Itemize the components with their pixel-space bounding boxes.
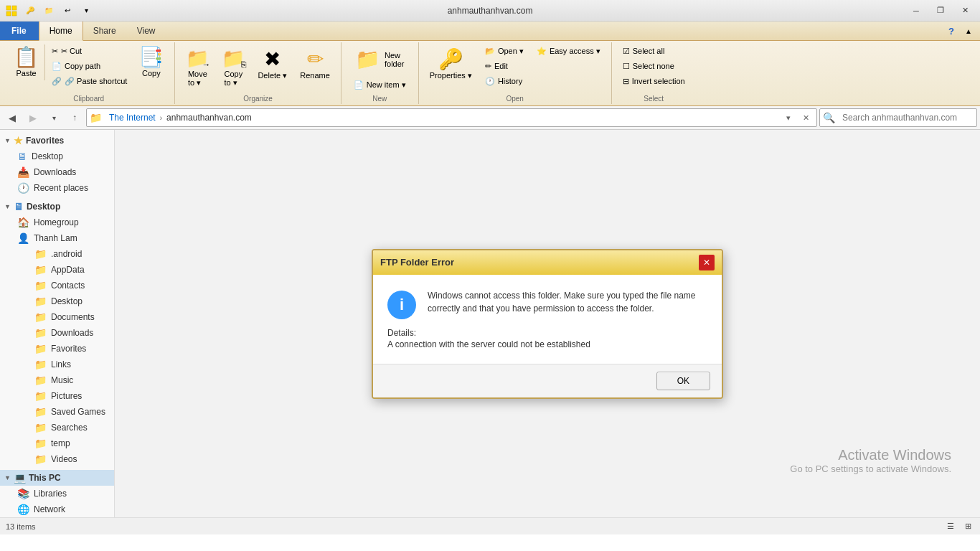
crumb-the-internet[interactable]: The Internet: [106, 111, 159, 124]
tab-share[interactable]: Share: [83, 22, 127, 40]
easy-access-button[interactable]: ⭐ Easy access ▾: [532, 44, 606, 58]
customize-quick-access[interactable]: ▾: [77, 2, 95, 19]
delete-button[interactable]: ✖ Delete ▾: [253, 44, 292, 84]
tab-file[interactable]: File: [0, 22, 39, 40]
address-dropdown-button[interactable]: ▾: [781, 110, 796, 126]
sidebar-item-documents[interactable]: 📁 Documents: [29, 309, 114, 325]
select-group-label: Select: [644, 95, 664, 103]
address-bar[interactable]: 📁 The Internet › anhmauthanhvan.com ▾ ✕: [86, 108, 817, 127]
sidebar-item-temp[interactable]: 📁 temp: [29, 435, 114, 451]
large-icons-view-button[interactable]: ⊞: [961, 520, 974, 533]
sidebar-desktop-header[interactable]: ▼ 🖥 Desktop: [0, 199, 114, 215]
help-button[interactable]: ?: [943, 22, 960, 39]
minimize-button[interactable]: ─: [904, 2, 928, 19]
history-button[interactable]: 🕐 History: [480, 74, 529, 88]
crumb-current: anhmauthanhvan.com: [164, 111, 255, 124]
searches-label: Searches: [51, 423, 88, 433]
sidebar-item-thanhlam[interactable]: 👤 Thanh Lam: [11, 230, 114, 246]
organize-group: 📁→ Moveto ▾ 📁⎘ Copyto ▾ ✖ Delete ▾ ✏ Re: [175, 42, 341, 104]
properties-quick-btn[interactable]: 🔑: [22, 2, 39, 19]
thanhlam-children: 📁 .android 📁 AppData 📁 Contacts 📁 Deskto…: [11, 246, 114, 467]
sidebar-item-links[interactable]: 📁 Links: [29, 357, 114, 372]
recent-places-icon: 🕐: [17, 182, 29, 194]
edit-button[interactable]: ✏ Edit: [480, 59, 529, 73]
desktop-fav-label: Desktop: [32, 151, 63, 161]
rename-button[interactable]: ✏ Rename: [295, 44, 335, 83]
status-items-count: 13 items: [6, 522, 36, 531]
sidebar-item-saved-games[interactable]: 📁 Saved Games: [29, 404, 114, 420]
rename-label: Rename: [300, 71, 330, 80]
recent-locations-button[interactable]: ▾: [44, 108, 63, 127]
collapse-ribbon-button[interactable]: ▲: [960, 22, 977, 39]
tab-view[interactable]: View: [127, 22, 166, 40]
sidebar-item-homegroup[interactable]: 🏠 Homegroup: [11, 215, 114, 230]
select-all-button[interactable]: ☑ Select all: [618, 44, 690, 58]
new-item-button[interactable]: 📄 New item ▾: [347, 77, 413, 93]
open-button[interactable]: 📂 Open ▾: [480, 44, 529, 58]
details-view-button[interactable]: ☰: [944, 520, 957, 533]
up-button[interactable]: ↑: [65, 108, 84, 127]
sidebar-item-desktop-child[interactable]: 📁 Desktop: [29, 293, 114, 309]
saved-games-icon: 📁: [34, 406, 47, 418]
paste-button[interactable]: 📋 Paste: [9, 44, 45, 81]
quick-access-toolbar: 🔑 📁 ↩ ▾: [3, 2, 95, 19]
sidebar-item-contacts[interactable]: 📁 Contacts: [29, 278, 114, 293]
dialog-overlay: FTP Folder Error ✕ i Windows cannot acce…: [115, 130, 980, 517]
sidebar-thispc-header[interactable]: ▼ 💻 This PC: [0, 470, 114, 486]
sidebar-item-recent-places[interactable]: 🕐 Recent places: [11, 180, 114, 196]
dialog-details-label: Details:: [387, 328, 707, 338]
sidebar-item-favorites[interactable]: 📁 Favorites: [29, 341, 114, 357]
invert-selection-button[interactable]: ⊟ Invert selection: [618, 74, 690, 88]
select-group: ☑ Select all ☐ Select none ⊟ Invert sele…: [612, 42, 696, 104]
copy-to-button[interactable]: 📁⎘ Copyto ▾: [217, 44, 250, 91]
sidebar-item-android[interactable]: 📁 .android: [29, 246, 114, 262]
dialog-close-button[interactable]: ✕: [699, 255, 715, 270]
sidebar-item-pictures[interactable]: 📁 Pictures: [29, 388, 114, 404]
sidebar-item-videos[interactable]: 📁 Videos: [29, 451, 114, 467]
clipboard-group: 📋 Paste ✂ ✂ Cut 📄 Copy path 🔗 🔗: [3, 42, 175, 104]
sidebar-item-downloads[interactable]: 📁 Downloads: [29, 325, 114, 341]
temp-icon: 📁: [34, 438, 47, 449]
forward-button[interactable]: ▶: [24, 108, 42, 127]
sidebar-item-appdata[interactable]: 📁 AppData: [29, 262, 114, 278]
organize-group-label: Organize: [243, 95, 273, 103]
sidebar-favorites-header[interactable]: ▼ ★ Favorites: [0, 133, 114, 149]
sidebar-item-downloads-fav[interactable]: 📥 Downloads: [11, 164, 114, 180]
properties-button[interactable]: 🔑 Properties ▾: [425, 44, 477, 84]
sidebar-item-libraries[interactable]: 📚 Libraries: [11, 486, 114, 501]
search-box[interactable]: 🔍: [819, 108, 977, 127]
address-refresh-button[interactable]: ✕: [798, 110, 814, 126]
paste-label: Paste: [16, 69, 36, 77]
svg-rect-0: [6, 6, 11, 10]
restore-button[interactable]: ❐: [928, 2, 953, 19]
sidebar-item-searches[interactable]: 📁 Searches: [29, 420, 114, 435]
favorites-items: 🖥 Desktop 📥 Downloads 🕐 Recent places: [0, 149, 114, 196]
dialog-ok-button[interactable]: OK: [656, 372, 710, 390]
search-input[interactable]: [838, 113, 976, 123]
paste-shortcut-button[interactable]: 🔗 🔗 Paste shortcut: [47, 74, 132, 88]
android-icon: 📁: [34, 248, 47, 260]
copy-path-icon: 📄: [52, 62, 62, 71]
sidebar-thispc-section: ▼ 💻 This PC 📚 Libraries 🌐 Network 💻 LAM: [0, 470, 114, 517]
select-all-label: Select all: [633, 47, 665, 55]
close-button[interactable]: ✕: [953, 2, 977, 19]
sidebar-item-network[interactable]: 🌐 Network: [11, 501, 114, 517]
undo-quick-btn[interactable]: ↩: [59, 2, 76, 19]
tab-home[interactable]: Home: [39, 22, 83, 41]
title-bar: 🔑 📁 ↩ ▾ anhmauthanhvan.com ─ ❐ ✕: [0, 0, 980, 22]
cut-button[interactable]: ✂ ✂ Cut: [47, 44, 132, 58]
ribbon-tabs: File Home Share View ? ▲: [0, 22, 980, 41]
sidebar-item-music[interactable]: 📁 Music: [29, 372, 114, 388]
sidebar-item-desktop-fav[interactable]: 🖥 Desktop: [11, 149, 114, 164]
move-to-button[interactable]: 📁→ Moveto ▾: [181, 44, 214, 91]
new-folder-quick-btn[interactable]: 📁: [40, 2, 57, 19]
copy-path-button[interactable]: 📄 Copy path: [47, 59, 132, 73]
copy-button[interactable]: 📑 Copy: [133, 44, 169, 81]
select-none-button[interactable]: ☐ Select none: [618, 59, 690, 73]
cut-icon: ✂: [52, 47, 58, 56]
new-folder-button[interactable]: 📁 Newfolder: [349, 44, 411, 75]
back-button[interactable]: ◀: [3, 108, 22, 127]
clipboard-group-label: Clipboard: [73, 95, 104, 103]
favorites-child-label: Favorites: [51, 344, 86, 354]
invert-selection-icon: ⊟: [623, 77, 629, 86]
